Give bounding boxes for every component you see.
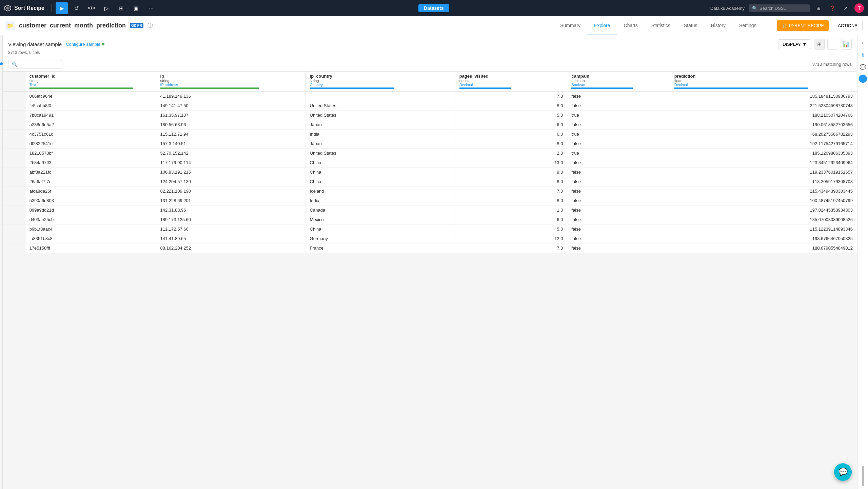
nav-flow-icon[interactable]: ▶ [56, 2, 68, 14]
cell-pages-visited: 7.0 [455, 187, 567, 196]
cell-ip-country: Germany [305, 234, 455, 243]
info-icon[interactable]: ⓘ [147, 22, 153, 29]
nav-code-icon[interactable]: </> [85, 2, 98, 14]
dataset-tabs: Summary Explore Charts Statistics Status… [553, 16, 763, 35]
trend-icon[interactable]: ↗ [841, 3, 850, 13]
cell-ip: 189.173.125.60 [156, 215, 305, 224]
global-search-box[interactable]: 🔍 [749, 4, 810, 12]
cell-campain: true [567, 149, 670, 158]
viewing-title: Viewing dataset sample [8, 41, 62, 47]
navbar-center: Datasets [160, 4, 708, 12]
row-number [3, 224, 25, 234]
list-view-button[interactable]: ≡ [827, 39, 838, 50]
logo-icon [4, 4, 12, 12]
grid-view-button[interactable]: ⊞ [814, 39, 825, 50]
sidebar-info-icon[interactable]: ℹ [858, 50, 868, 60]
sidebar-circle-icon[interactable] [859, 75, 867, 83]
cell-ip: 149.141.47.50 [156, 101, 305, 111]
cell-ip-country: United States [305, 101, 455, 111]
app-title: Sort Recipe [14, 5, 44, 11]
search-icon: 🔍 [752, 6, 757, 11]
row-number [3, 158, 25, 168]
tab-history[interactable]: History [704, 16, 733, 35]
scrollbar-thumb[interactable] [862, 466, 864, 486]
row-number [3, 130, 25, 139]
navbar: Sort Recipe ▶ ↺ </> ▷ ⊞ ▣ ··· Datasets D… [0, 0, 868, 16]
cell-ip: 141.41.89.65 [156, 234, 305, 243]
data-table-container[interactable]: customer_id string Text ip string IP add… [3, 72, 857, 489]
nav-screen-icon[interactable]: ▣ [130, 2, 142, 14]
actions-button[interactable]: ACTIONS [833, 20, 863, 31]
tab-explore[interactable]: Explore [587, 16, 617, 35]
cell-campain: false [567, 206, 670, 215]
table-row: abf3a221fc 106.83.191.215 China 9.0 fals… [3, 168, 857, 177]
chat-fab-button[interactable]: 💬 [834, 463, 852, 481]
right-sidebar: › ℹ 💬 [857, 35, 868, 489]
col-header-pages-visited[interactable]: pages_visited double Decimal [455, 72, 567, 91]
cell-ip-country: India [305, 196, 455, 206]
cell-pages-visited: 1.0 [455, 206, 567, 215]
nav-grid-icon[interactable]: ⊞ [115, 2, 127, 14]
cell-customer-id: fa8351b8c8 [25, 234, 156, 243]
row-number [3, 177, 25, 187]
global-search-input[interactable] [760, 6, 806, 11]
dataiku-academy-label[interactable]: Dataiku Academy [710, 6, 745, 11]
row-number [3, 243, 25, 253]
table-search-icon: 🔍 [12, 62, 17, 67]
sidebar-arrow-icon[interactable]: › [858, 38, 868, 47]
table-row: afca8da26f 82.221.109.190 Iceland 7.0 fa… [3, 187, 857, 196]
viewing-header: Viewing dataset sample Configure sample … [3, 35, 857, 57]
table-body: 066afc964e 41.189.149.136 7.0 false 185.… [3, 91, 857, 253]
cell-ip-country: China [305, 224, 455, 234]
col-header-customer-id[interactable]: customer_id string Text [25, 72, 156, 91]
cell-ip-country [305, 91, 455, 101]
nav-play-icon[interactable]: ▷ [100, 2, 113, 14]
nav-more-icon[interactable]: ··· [145, 2, 157, 14]
cell-prediction: 68.20275566782293 [670, 130, 857, 139]
table-search-box[interactable]: 🔍 [8, 60, 62, 69]
cell-ip: 180.56.63.96 [156, 120, 305, 130]
datasets-label[interactable]: Datasets [418, 4, 449, 12]
tab-settings[interactable]: Settings [732, 16, 763, 35]
cell-customer-id: 2b84a97ff3 [25, 158, 156, 168]
cell-pages-visited: 8.0 [455, 177, 567, 187]
row-selector-header [3, 72, 25, 91]
table-row: fa8351b8c8 141.41.89.65 Germany 12.0 fal… [3, 234, 857, 243]
row-number [3, 187, 25, 196]
row-number [3, 215, 25, 224]
cell-ip: 106.83.191.215 [156, 168, 305, 177]
sidebar-chat-icon[interactable]: 💬 [858, 62, 868, 72]
cell-pages-visited: 8.0 [455, 196, 567, 206]
tab-charts[interactable]: Charts [617, 16, 645, 35]
cell-prediction: 190.0618582703656 [670, 120, 857, 130]
tab-statistics[interactable]: Statistics [645, 16, 677, 35]
parent-recipe-button[interactable]: 🍴 PARENT RECIPE [777, 20, 829, 31]
cell-prediction: 135.07003089008526 [670, 215, 857, 224]
user-avatar[interactable]: T [854, 3, 864, 13]
chart-view-button[interactable]: 📊 [841, 39, 852, 50]
cell-prediction: 185.18481150936793 [670, 91, 857, 101]
tab-summary[interactable]: Summary [553, 16, 587, 35]
apps-icon[interactable]: ⊞ [814, 3, 823, 13]
col-header-ip[interactable]: ip string IP address [156, 72, 305, 91]
col-header-prediction[interactable]: prediction float Decimal [670, 72, 857, 91]
configure-sample-link[interactable]: Configure sample [66, 42, 104, 47]
display-button[interactable]: DISPLAY ▼ [778, 39, 811, 49]
help-icon[interactable]: ❓ [827, 3, 837, 13]
cell-pages-visited: 6.0 [455, 215, 567, 224]
table-search-input[interactable] [19, 62, 59, 67]
table-row: 4c3751c61c 115.112.71.94 India 6.0 true … [3, 130, 857, 139]
cell-ip-country: France [305, 243, 455, 253]
svg-marker-1 [6, 6, 9, 10]
table-row: 26a6af7f7e 124.204.57.139 China 8.0 fals… [3, 177, 857, 187]
main-content: Viewing dataset sample Configure sample … [0, 35, 868, 489]
cell-ip: 161.35.97.107 [156, 111, 305, 120]
col-header-campain[interactable]: campain boolean Boolean [567, 72, 670, 91]
navbar-right: Dataiku Academy 🔍 ⊞ ❓ ↗ T [710, 3, 864, 13]
col-header-ip-country[interactable]: ip_country string Country [305, 72, 455, 91]
row-number [3, 168, 25, 177]
table-row: d403ae25cb 189.173.125.60 Mexico 6.0 fal… [3, 215, 857, 224]
nav-refresh-icon[interactable]: ↺ [71, 2, 83, 14]
dataset-header: 📁 customer_current_month_prediction GD P… [0, 16, 868, 35]
tab-status[interactable]: Status [677, 16, 704, 35]
